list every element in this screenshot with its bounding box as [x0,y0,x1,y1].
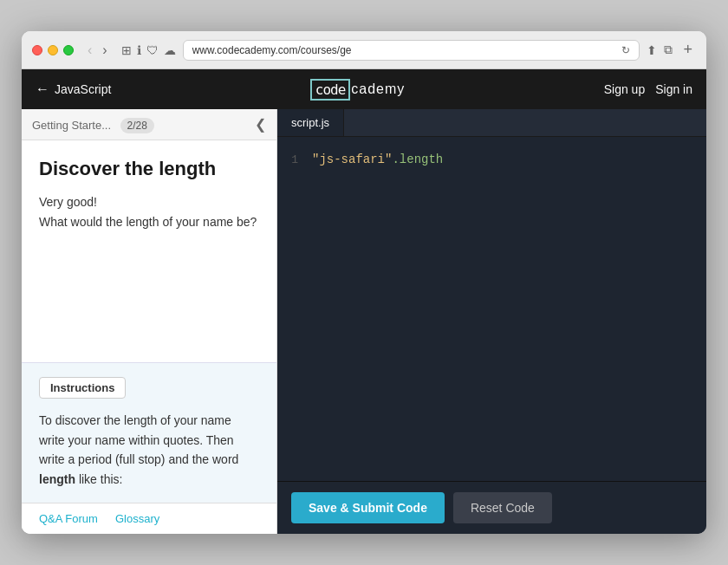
browser-right-icons: ⬆ ⧉ + [647,41,696,59]
instructions-text: To discover the length of your name writ… [39,411,259,489]
share-icon: ⬆ [647,43,657,57]
instructions-bold-word: length [39,472,75,486]
browser-chrome: ‹ › ⊞ ℹ 🛡 ☁ www.codecademy.com/courses/g… [22,31,706,69]
shield-icon: 🛡 [146,43,159,57]
instructions-tab: Instructions [39,377,126,399]
code-editor-panel: script.js 1 "js-safari".length Save & Su… [277,109,706,534]
instructions-section: Instructions To discover the length of y… [22,362,276,503]
panel-header: Getting Starte... 2/28 ❮ [22,109,276,140]
editor-tabs: script.js [277,109,706,137]
minimize-button[interactable] [48,45,58,55]
traffic-lights [32,45,74,55]
address-bar[interactable]: www.codecademy.com/courses/ge ↻ [183,40,640,61]
progress-badge: 2/28 [120,118,154,133]
lesson-title: Discover the length [39,158,259,180]
close-button[interactable] [32,45,42,55]
collapse-button[interactable]: ❮ [255,116,266,133]
main-layout: Getting Starte... 2/28 ❮ Discover the le… [22,109,706,534]
qa-forum-link[interactable]: Q&A Forum [39,512,98,525]
line-number-1: 1 [277,153,312,166]
signup-button[interactable]: Sign up [604,82,645,96]
navbar-actions: Sign up Sign in [604,82,692,96]
nav-buttons: ‹ › [84,41,111,60]
brand-logo: codecademy [310,79,406,101]
code-string: "js-safari" [312,153,392,166]
add-tab-button[interactable]: + [679,41,696,59]
signin-button[interactable]: Sign in [655,82,692,96]
info-icon: ℹ [137,43,141,57]
getting-started-label-container: Getting Starte... 2/28 [32,117,154,133]
navbar-brand: codecademy [111,79,603,101]
reload-icon: ↻ [621,44,630,56]
back-arrow-icon: ← [36,81,49,97]
duplicate-icon: ⧉ [664,42,673,57]
url-text: www.codecademy.com/courses/ge [192,44,619,56]
back-label: JavaScript [55,82,111,96]
editor-area[interactable]: 1 "js-safari".length [277,137,706,481]
brand-academy-text: cademy [351,81,405,97]
brand-code-text: code [310,79,351,101]
back-nav-button[interactable]: ‹ [84,41,95,60]
code-property: .length [392,153,443,166]
panel-footer: Q&A Forum Glossary [22,503,276,534]
browser-window: ‹ › ⊞ ℹ 🛡 ☁ www.codecademy.com/courses/g… [22,31,706,534]
sidebar-icon: ⊞ [121,43,132,57]
browser-icons: ⊞ ℹ 🛡 ☁ [121,43,176,57]
navbar: ← JavaScript codecademy Sign up Sign in [22,69,706,109]
editor-footer: Save & Submit Code Reset Code [277,481,706,534]
cloud-icon: ☁ [164,43,176,57]
lesson-content: Discover the length Very good!What would… [22,140,276,362]
maximize-button[interactable] [63,45,74,55]
glossary-link[interactable]: Glossary [115,512,159,525]
left-panel: Getting Starte... 2/28 ❮ Discover the le… [22,109,277,534]
reset-code-button[interactable]: Reset Code [453,492,552,523]
lesson-text: Very good!What would the length of your … [39,192,259,231]
forward-nav-button[interactable]: › [99,41,110,60]
app-content: ← JavaScript codecademy Sign up Sign in … [22,69,706,534]
getting-started-label: Getting Starte... [32,119,111,132]
script-js-tab[interactable]: script.js [277,109,344,136]
code-content: "js-safari".length [312,153,443,166]
back-to-javascript-button[interactable]: ← JavaScript [36,81,111,97]
save-submit-button[interactable]: Save & Submit Code [291,492,445,523]
code-line-1: 1 "js-safari".length [277,151,706,168]
